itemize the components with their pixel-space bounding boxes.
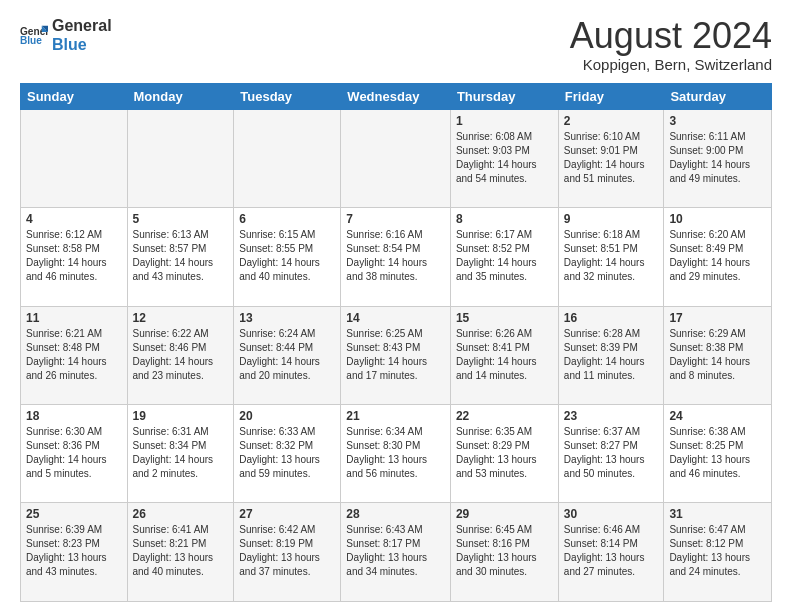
day-info: Sunrise: 6:41 AM Sunset: 8:21 PM Dayligh… <box>133 523 229 579</box>
day-number: 22 <box>456 409 553 423</box>
calendar-cell: 26Sunrise: 6:41 AM Sunset: 8:21 PM Dayli… <box>127 503 234 602</box>
col-header-tuesday: Tuesday <box>234 83 341 109</box>
calendar-cell: 18Sunrise: 6:30 AM Sunset: 8:36 PM Dayli… <box>21 405 128 503</box>
day-info: Sunrise: 6:38 AM Sunset: 8:25 PM Dayligh… <box>669 425 766 481</box>
day-info: Sunrise: 6:16 AM Sunset: 8:54 PM Dayligh… <box>346 228 445 284</box>
day-number: 20 <box>239 409 335 423</box>
calendar-cell <box>127 109 234 207</box>
svg-text:Blue: Blue <box>20 36 42 47</box>
col-header-thursday: Thursday <box>450 83 558 109</box>
calendar-cell: 1Sunrise: 6:08 AM Sunset: 9:03 PM Daylig… <box>450 109 558 207</box>
calendar-cell: 21Sunrise: 6:34 AM Sunset: 8:30 PM Dayli… <box>341 405 451 503</box>
day-info: Sunrise: 6:24 AM Sunset: 8:44 PM Dayligh… <box>239 327 335 383</box>
calendar-cell: 20Sunrise: 6:33 AM Sunset: 8:32 PM Dayli… <box>234 405 341 503</box>
day-number: 29 <box>456 507 553 521</box>
calendar-header-row: SundayMondayTuesdayWednesdayThursdayFrid… <box>21 83 772 109</box>
day-number: 15 <box>456 311 553 325</box>
logo-blue: Blue <box>52 35 112 54</box>
day-info: Sunrise: 6:29 AM Sunset: 8:38 PM Dayligh… <box>669 327 766 383</box>
calendar-week-row: 4Sunrise: 6:12 AM Sunset: 8:58 PM Daylig… <box>21 208 772 306</box>
calendar-cell <box>234 109 341 207</box>
day-info: Sunrise: 6:33 AM Sunset: 8:32 PM Dayligh… <box>239 425 335 481</box>
title-block: August 2024 Koppigen, Bern, Switzerland <box>570 16 772 73</box>
day-info: Sunrise: 6:39 AM Sunset: 8:23 PM Dayligh… <box>26 523 122 579</box>
day-info: Sunrise: 6:47 AM Sunset: 8:12 PM Dayligh… <box>669 523 766 579</box>
day-info: Sunrise: 6:15 AM Sunset: 8:55 PM Dayligh… <box>239 228 335 284</box>
day-number: 30 <box>564 507 659 521</box>
col-header-saturday: Saturday <box>664 83 772 109</box>
day-info: Sunrise: 6:11 AM Sunset: 9:00 PM Dayligh… <box>669 130 766 186</box>
col-header-wednesday: Wednesday <box>341 83 451 109</box>
day-info: Sunrise: 6:35 AM Sunset: 8:29 PM Dayligh… <box>456 425 553 481</box>
day-info: Sunrise: 6:31 AM Sunset: 8:34 PM Dayligh… <box>133 425 229 481</box>
day-info: Sunrise: 6:45 AM Sunset: 8:16 PM Dayligh… <box>456 523 553 579</box>
day-info: Sunrise: 6:22 AM Sunset: 8:46 PM Dayligh… <box>133 327 229 383</box>
calendar-cell: 15Sunrise: 6:26 AM Sunset: 8:41 PM Dayli… <box>450 306 558 404</box>
day-number: 2 <box>564 114 659 128</box>
calendar-cell: 29Sunrise: 6:45 AM Sunset: 8:16 PM Dayli… <box>450 503 558 602</box>
calendar-cell: 22Sunrise: 6:35 AM Sunset: 8:29 PM Dayli… <box>450 405 558 503</box>
calendar-cell: 5Sunrise: 6:13 AM Sunset: 8:57 PM Daylig… <box>127 208 234 306</box>
day-number: 11 <box>26 311 122 325</box>
calendar-cell: 16Sunrise: 6:28 AM Sunset: 8:39 PM Dayli… <box>558 306 664 404</box>
logo-general: General <box>52 16 112 35</box>
day-info: Sunrise: 6:28 AM Sunset: 8:39 PM Dayligh… <box>564 327 659 383</box>
day-info: Sunrise: 6:10 AM Sunset: 9:01 PM Dayligh… <box>564 130 659 186</box>
day-info: Sunrise: 6:34 AM Sunset: 8:30 PM Dayligh… <box>346 425 445 481</box>
calendar-cell <box>341 109 451 207</box>
calendar-cell: 9Sunrise: 6:18 AM Sunset: 8:51 PM Daylig… <box>558 208 664 306</box>
day-number: 17 <box>669 311 766 325</box>
day-number: 12 <box>133 311 229 325</box>
calendar-cell: 8Sunrise: 6:17 AM Sunset: 8:52 PM Daylig… <box>450 208 558 306</box>
calendar-cell: 11Sunrise: 6:21 AM Sunset: 8:48 PM Dayli… <box>21 306 128 404</box>
day-number: 1 <box>456 114 553 128</box>
day-number: 14 <box>346 311 445 325</box>
day-info: Sunrise: 6:18 AM Sunset: 8:51 PM Dayligh… <box>564 228 659 284</box>
day-number: 26 <box>133 507 229 521</box>
calendar-cell: 7Sunrise: 6:16 AM Sunset: 8:54 PM Daylig… <box>341 208 451 306</box>
day-number: 16 <box>564 311 659 325</box>
calendar-cell: 17Sunrise: 6:29 AM Sunset: 8:38 PM Dayli… <box>664 306 772 404</box>
day-info: Sunrise: 6:08 AM Sunset: 9:03 PM Dayligh… <box>456 130 553 186</box>
calendar-cell: 6Sunrise: 6:15 AM Sunset: 8:55 PM Daylig… <box>234 208 341 306</box>
calendar-week-row: 11Sunrise: 6:21 AM Sunset: 8:48 PM Dayli… <box>21 306 772 404</box>
page-header: General Blue General Blue August 2024 Ko… <box>20 16 772 73</box>
day-number: 19 <box>133 409 229 423</box>
day-number: 9 <box>564 212 659 226</box>
calendar-week-row: 1Sunrise: 6:08 AM Sunset: 9:03 PM Daylig… <box>21 109 772 207</box>
calendar-cell: 13Sunrise: 6:24 AM Sunset: 8:44 PM Dayli… <box>234 306 341 404</box>
calendar-table: SundayMondayTuesdayWednesdayThursdayFrid… <box>20 83 772 602</box>
calendar-cell: 12Sunrise: 6:22 AM Sunset: 8:46 PM Dayli… <box>127 306 234 404</box>
calendar-cell: 2Sunrise: 6:10 AM Sunset: 9:01 PM Daylig… <box>558 109 664 207</box>
day-number: 23 <box>564 409 659 423</box>
day-number: 6 <box>239 212 335 226</box>
calendar-week-row: 18Sunrise: 6:30 AM Sunset: 8:36 PM Dayli… <box>21 405 772 503</box>
calendar-cell: 28Sunrise: 6:43 AM Sunset: 8:17 PM Dayli… <box>341 503 451 602</box>
day-number: 8 <box>456 212 553 226</box>
day-info: Sunrise: 6:17 AM Sunset: 8:52 PM Dayligh… <box>456 228 553 284</box>
day-info: Sunrise: 6:42 AM Sunset: 8:19 PM Dayligh… <box>239 523 335 579</box>
calendar-cell: 4Sunrise: 6:12 AM Sunset: 8:58 PM Daylig… <box>21 208 128 306</box>
day-info: Sunrise: 6:30 AM Sunset: 8:36 PM Dayligh… <box>26 425 122 481</box>
day-info: Sunrise: 6:20 AM Sunset: 8:49 PM Dayligh… <box>669 228 766 284</box>
day-number: 31 <box>669 507 766 521</box>
day-info: Sunrise: 6:43 AM Sunset: 8:17 PM Dayligh… <box>346 523 445 579</box>
day-info: Sunrise: 6:13 AM Sunset: 8:57 PM Dayligh… <box>133 228 229 284</box>
logo-icon: General Blue <box>20 21 48 49</box>
day-number: 21 <box>346 409 445 423</box>
day-info: Sunrise: 6:12 AM Sunset: 8:58 PM Dayligh… <box>26 228 122 284</box>
col-header-sunday: Sunday <box>21 83 128 109</box>
calendar-cell: 3Sunrise: 6:11 AM Sunset: 9:00 PM Daylig… <box>664 109 772 207</box>
calendar-cell: 23Sunrise: 6:37 AM Sunset: 8:27 PM Dayli… <box>558 405 664 503</box>
calendar-cell: 14Sunrise: 6:25 AM Sunset: 8:43 PM Dayli… <box>341 306 451 404</box>
day-info: Sunrise: 6:26 AM Sunset: 8:41 PM Dayligh… <box>456 327 553 383</box>
day-info: Sunrise: 6:25 AM Sunset: 8:43 PM Dayligh… <box>346 327 445 383</box>
calendar-week-row: 25Sunrise: 6:39 AM Sunset: 8:23 PM Dayli… <box>21 503 772 602</box>
day-number: 3 <box>669 114 766 128</box>
day-number: 13 <box>239 311 335 325</box>
calendar-cell: 19Sunrise: 6:31 AM Sunset: 8:34 PM Dayli… <box>127 405 234 503</box>
calendar-cell: 27Sunrise: 6:42 AM Sunset: 8:19 PM Dayli… <box>234 503 341 602</box>
day-info: Sunrise: 6:21 AM Sunset: 8:48 PM Dayligh… <box>26 327 122 383</box>
day-number: 5 <box>133 212 229 226</box>
day-number: 25 <box>26 507 122 521</box>
